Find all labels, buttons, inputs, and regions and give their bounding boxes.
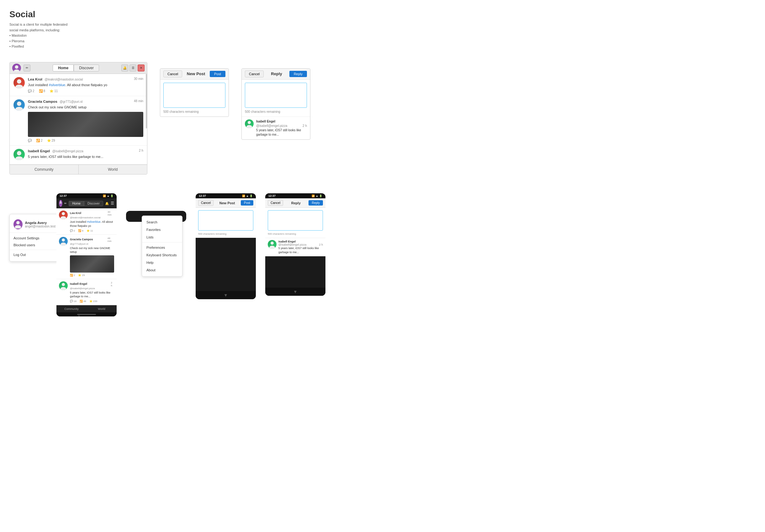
- post-avatar: [13, 99, 25, 111]
- mobile-post-item: Graciela Campos @gr771@puri.st 48 min Ch…: [56, 235, 117, 279]
- mobile-post-text: Check out my sick new GNOME setup: [70, 246, 114, 254]
- mobile-post-text: Just installed #silverblue. All about th…: [70, 220, 114, 228]
- mobile-hamburger-btn[interactable]: ☰: [111, 200, 114, 206]
- mobile-tab-discover[interactable]: Discover: [84, 201, 103, 206]
- hamburger-menu-popup: Search Favorites Lists Preferences Keybo…: [142, 215, 183, 277]
- svg-point-19: [61, 287, 66, 290]
- mobile-cancel-button[interactable]: Cancel: [198, 200, 214, 206]
- post-time: 30 min: [134, 77, 143, 82]
- notifications-button[interactable]: 🔔: [121, 65, 128, 72]
- mobile-bottom-tab-world[interactable]: World: [87, 306, 117, 312]
- mobile-post-time: 2 h: [111, 281, 114, 290]
- mobile-cancel-reply-button[interactable]: Cancel: [268, 200, 283, 206]
- preview-handle: @isabell@engel.pizza: [256, 124, 287, 128]
- cancel-button[interactable]: Cancel: [163, 71, 182, 77]
- svg-point-10: [16, 221, 20, 225]
- hamburger-button[interactable]: ☰: [130, 65, 136, 72]
- mobile-repost-action[interactable]: 🔁 8: [78, 229, 83, 232]
- user-menu-avatar: [13, 219, 23, 229]
- mobile-reply-textarea[interactable]: [268, 210, 323, 231]
- log-out-item[interactable]: Log Out: [10, 251, 59, 258]
- preferences-menu-item[interactable]: Preferences: [142, 244, 182, 251]
- mobile-tab-home[interactable]: Home: [69, 201, 84, 206]
- mobile-star-action[interactable]: ⭐ 11: [87, 229, 93, 232]
- search-menu-item[interactable]: Search: [142, 218, 182, 226]
- preview-avatar: [245, 120, 254, 128]
- svg-point-13: [60, 202, 62, 204]
- edit-button[interactable]: ✏: [24, 65, 30, 72]
- reply-button[interactable]: Reply: [290, 71, 307, 77]
- repost-action[interactable]: 🔁 2: [36, 139, 43, 142]
- post-button[interactable]: Post: [210, 71, 226, 77]
- close-button[interactable]: ✕: [138, 65, 145, 72]
- mobile-preview-handle: @isabell@engel.pizza: [279, 243, 306, 246]
- mobile-repost-action[interactable]: 🔁 48: [80, 300, 86, 303]
- mobile-notifications-btn[interactable]: 🔔: [105, 200, 109, 206]
- mobile-post-avatar: [59, 210, 68, 219]
- char-count: 500 characters remaining: [245, 110, 307, 114]
- mobile-repost-action[interactable]: 🔁 2: [70, 274, 75, 277]
- mobile-reply-button[interactable]: Reply: [309, 200, 323, 205]
- keyboard-shortcuts-menu-item[interactable]: Keyboard Shortcuts: [142, 251, 182, 259]
- post-author: Isabell Engel: [28, 149, 50, 153]
- svg-point-5: [15, 107, 23, 111]
- reply-textarea[interactable]: [245, 83, 307, 108]
- mobile-avatar[interactable]: [59, 200, 62, 207]
- mobile-post-author: Isabell Engel: [70, 282, 87, 285]
- svg-point-18: [62, 283, 65, 286]
- post-handle: @leakrol@mastodon.social: [45, 78, 83, 81]
- post-text: Check out my sick new GNOME setup: [28, 105, 143, 110]
- lists-menu-item[interactable]: Lists: [142, 233, 182, 241]
- blocked-users-item[interactable]: Blocked users: [10, 242, 59, 248]
- comment-action[interactable]: 💬 2: [28, 89, 35, 93]
- reply-dialog: Cancel Reply Reply 500 characters remain…: [242, 68, 311, 140]
- post-item: Lea Krol @leakrol@mastodon.social 30 min…: [10, 74, 147, 97]
- mobile-time: 12:37: [199, 194, 206, 197]
- mobile-char-count: 500 characters remaining: [198, 232, 253, 235]
- mobile-time: 12:37: [268, 194, 276, 197]
- tab-home[interactable]: Home: [53, 65, 74, 72]
- about-menu-item[interactable]: About: [142, 266, 182, 274]
- mobile-nav-indicator-3: ▼: [293, 289, 298, 294]
- post-textarea[interactable]: [163, 83, 226, 108]
- tab-discover[interactable]: Discover: [74, 65, 99, 72]
- post-text: Just installed #silverblue. All about th…: [28, 83, 143, 88]
- svg-point-3: [15, 85, 23, 88]
- bottom-tab-world[interactable]: World: [79, 165, 147, 174]
- mobile-comment-action[interactable]: 💬 2: [70, 229, 75, 232]
- char-count: 500 characters remaining: [163, 110, 226, 114]
- star-action[interactable]: ⭐ 29: [47, 139, 55, 142]
- user-menu-handle: angel@mastodon.test: [25, 225, 56, 228]
- mobile-preview-author: Isabell Engel: [279, 240, 296, 243]
- cancel-button[interactable]: Cancel: [245, 71, 264, 77]
- mobile-post-author: Lea Krol: [70, 211, 81, 215]
- svg-point-12: [60, 201, 61, 202]
- svg-point-1: [14, 70, 20, 72]
- mobile-post-handle: @isabell@engel.pizza: [70, 287, 95, 290]
- comment-action[interactable]: 💬: [28, 139, 32, 142]
- account-settings-item[interactable]: Account Settings: [10, 235, 59, 242]
- svg-point-16: [62, 238, 65, 242]
- mobile-bottom-tab-community[interactable]: Community: [56, 306, 87, 312]
- mobile-star-action[interactable]: ⭐ 29: [78, 274, 85, 277]
- repost-action[interactable]: 🔁 8: [39, 89, 45, 93]
- post-avatar: [13, 149, 25, 160]
- svg-point-11: [15, 225, 21, 228]
- bottom-tab-community[interactable]: Community: [10, 165, 79, 174]
- mobile-post-button[interactable]: Post: [241, 200, 253, 205]
- favorites-menu-item[interactable]: Favorites: [142, 226, 182, 233]
- mobile-post-textarea[interactable]: [198, 210, 253, 231]
- post-author: Lea Krol: [28, 77, 42, 81]
- post-handle: @isabell@engel.pizza: [52, 149, 83, 153]
- help-menu-item[interactable]: Help: [142, 259, 182, 266]
- post-item: Isabell Engel @isabell@engel.pizza 2 h 5…: [10, 146, 147, 165]
- mobile-nav-indicator-2: ▼: [224, 293, 228, 298]
- mobile-comment-action[interactable]: 💬 18: [70, 300, 77, 303]
- star-action[interactable]: ⭐ 11: [50, 89, 58, 93]
- user-menu-header: Angela Avery angel@mastodon.test: [10, 217, 59, 233]
- app-title: Social: [9, 9, 756, 19]
- mobile-reply-char-count: 500 characters remaining: [268, 232, 323, 235]
- mobile-edit-btn[interactable]: ✏: [64, 200, 67, 206]
- preview-author: Isabell Engel: [256, 120, 275, 123]
- mobile-star-action[interactable]: ⭐ 239: [89, 300, 97, 303]
